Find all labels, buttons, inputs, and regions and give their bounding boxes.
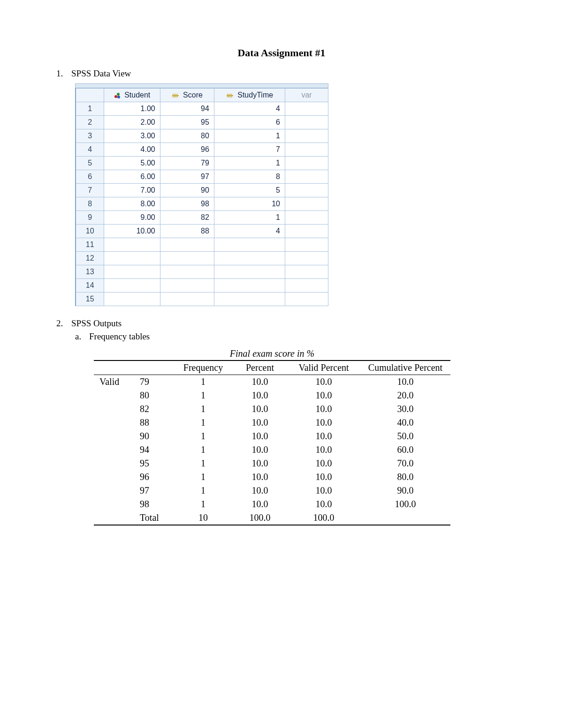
spss-cell-var[interactable] xyxy=(285,184,328,197)
freq-row: 96110.010.080.0 xyxy=(94,470,450,484)
spss-cell-score[interactable]: 82 xyxy=(160,211,214,225)
spss-cell-studytime[interactable]: 1 xyxy=(214,129,285,143)
freq-cell-cumulative: 90.0 xyxy=(360,484,450,497)
spss-cell-var[interactable] xyxy=(285,211,328,225)
spss-cell-studytime[interactable]: 1 xyxy=(214,211,285,225)
spss-row: 55.00791 xyxy=(76,157,328,170)
spss-row-number[interactable]: 7 xyxy=(76,184,104,197)
spss-cell-var[interactable] xyxy=(285,225,328,238)
spss-cell-var[interactable] xyxy=(285,279,328,293)
spss-cell-score[interactable] xyxy=(160,265,214,279)
spss-col-var[interactable]: var xyxy=(285,89,328,102)
spss-cell-student[interactable] xyxy=(104,252,160,265)
spss-cell-student[interactable]: 10.00 xyxy=(104,225,160,238)
freq-cell-cumulative: 20.0 xyxy=(360,389,450,402)
freq-hdr-blank xyxy=(94,360,136,375)
spss-cell-student[interactable]: 7.00 xyxy=(104,184,160,197)
spss-cell-studytime[interactable]: 4 xyxy=(214,102,285,116)
spss-cell-student[interactable]: 5.00 xyxy=(104,157,160,170)
freq-row: 88110.010.040.0 xyxy=(94,416,450,429)
spss-cell-studytime[interactable] xyxy=(214,238,285,252)
spss-row: 99.00821 xyxy=(76,211,328,225)
list-item-1: 1. SPSS Data View xyxy=(56,68,507,79)
spss-cell-studytime[interactable]: 4 xyxy=(214,225,285,238)
freq-row-group-label xyxy=(94,484,136,497)
spss-row-number[interactable]: 12 xyxy=(76,252,104,265)
spss-row: 44.00967 xyxy=(76,143,328,157)
spss-cell-score[interactable]: 79 xyxy=(160,157,214,170)
spss-cell-studytime[interactable]: 7 xyxy=(214,143,285,157)
spss-col-score[interactable]: Score xyxy=(160,89,214,102)
spss-cell-studytime[interactable] xyxy=(214,293,285,306)
spss-row-number[interactable]: 2 xyxy=(76,116,104,129)
spss-cell-student[interactable] xyxy=(104,279,160,293)
spss-col-studytime[interactable]: StudyTime xyxy=(214,89,285,102)
freq-cell-valid-percent: 10.0 xyxy=(287,470,360,484)
spss-cell-score[interactable] xyxy=(160,279,214,293)
spss-cell-studytime[interactable] xyxy=(214,252,285,265)
scale-icon xyxy=(172,92,179,99)
freq-cell-percent: 10.0 xyxy=(233,484,287,497)
spss-row-number[interactable]: 9 xyxy=(76,211,104,225)
spss-cell-student[interactable]: 9.00 xyxy=(104,211,160,225)
spss-cell-var[interactable] xyxy=(285,238,328,252)
spss-cell-student[interactable]: 2.00 xyxy=(104,116,160,129)
spss-cell-score[interactable]: 95 xyxy=(160,116,214,129)
spss-cell-studytime[interactable]: 10 xyxy=(214,197,285,211)
spss-cell-student[interactable] xyxy=(104,238,160,252)
spss-cell-student[interactable] xyxy=(104,265,160,279)
spss-cell-studytime[interactable]: 5 xyxy=(214,184,285,197)
spss-cell-var[interactable] xyxy=(285,129,328,143)
spss-cell-studytime[interactable]: 6 xyxy=(214,116,285,129)
spss-row-number[interactable]: 1 xyxy=(76,102,104,116)
spss-cell-score[interactable] xyxy=(160,293,214,306)
freq-cell-valid-percent: 10.0 xyxy=(287,375,360,389)
freq-row-group-label xyxy=(94,402,136,416)
spss-cell-score[interactable]: 98 xyxy=(160,197,214,211)
spss-row-number[interactable]: 6 xyxy=(76,170,104,184)
spss-cell-var[interactable] xyxy=(285,252,328,265)
spss-cell-student[interactable]: 3.00 xyxy=(104,129,160,143)
spss-cell-studytime[interactable] xyxy=(214,265,285,279)
spss-cell-var[interactable] xyxy=(285,157,328,170)
spss-row-number[interactable]: 8 xyxy=(76,197,104,211)
spss-cell-student[interactable]: 4.00 xyxy=(104,143,160,157)
spss-row-number[interactable]: 10 xyxy=(76,225,104,238)
spss-cell-score[interactable] xyxy=(160,252,214,265)
spss-row: 13 xyxy=(76,265,328,279)
spss-row-number[interactable]: 5 xyxy=(76,157,104,170)
freq-row: 82110.010.030.0 xyxy=(94,402,450,416)
spss-row-number[interactable]: 11 xyxy=(76,238,104,252)
spss-cell-score[interactable] xyxy=(160,238,214,252)
spss-cell-score[interactable]: 97 xyxy=(160,170,214,184)
spss-cell-student[interactable]: 1.00 xyxy=(104,102,160,116)
freq-cell-value: 88 xyxy=(136,416,174,429)
spss-row-number[interactable]: 15 xyxy=(76,293,104,306)
spss-cell-score[interactable]: 88 xyxy=(160,225,214,238)
spss-cell-var[interactable] xyxy=(285,102,328,116)
spss-row-number[interactable]: 14 xyxy=(76,279,104,293)
spss-cell-var[interactable] xyxy=(285,265,328,279)
spss-cell-var[interactable] xyxy=(285,170,328,184)
spss-cell-score[interactable]: 94 xyxy=(160,102,214,116)
spss-cell-score[interactable]: 96 xyxy=(160,143,214,157)
spss-cell-student[interactable]: 8.00 xyxy=(104,197,160,211)
spss-cell-score[interactable]: 90 xyxy=(160,184,214,197)
spss-cell-var[interactable] xyxy=(285,143,328,157)
spss-cell-studytime[interactable]: 1 xyxy=(214,157,285,170)
spss-cell-student[interactable]: 6.00 xyxy=(104,170,160,184)
spss-row-number[interactable]: 13 xyxy=(76,265,104,279)
spss-cell-student[interactable] xyxy=(104,293,160,306)
list-item-2a: a. Frequency tables xyxy=(75,331,507,342)
spss-cell-var[interactable] xyxy=(285,116,328,129)
spss-row-number[interactable]: 3 xyxy=(76,129,104,143)
spss-col-student[interactable]: Student xyxy=(104,89,160,102)
spss-row: 66.00978 xyxy=(76,170,328,184)
spss-cell-var[interactable] xyxy=(285,293,328,306)
spss-row-number[interactable]: 4 xyxy=(76,143,104,157)
list-marker: 2. xyxy=(56,318,66,329)
spss-cell-studytime[interactable]: 8 xyxy=(214,170,285,184)
spss-cell-score[interactable]: 80 xyxy=(160,129,214,143)
spss-cell-var[interactable] xyxy=(285,197,328,211)
spss-cell-studytime[interactable] xyxy=(214,279,285,293)
